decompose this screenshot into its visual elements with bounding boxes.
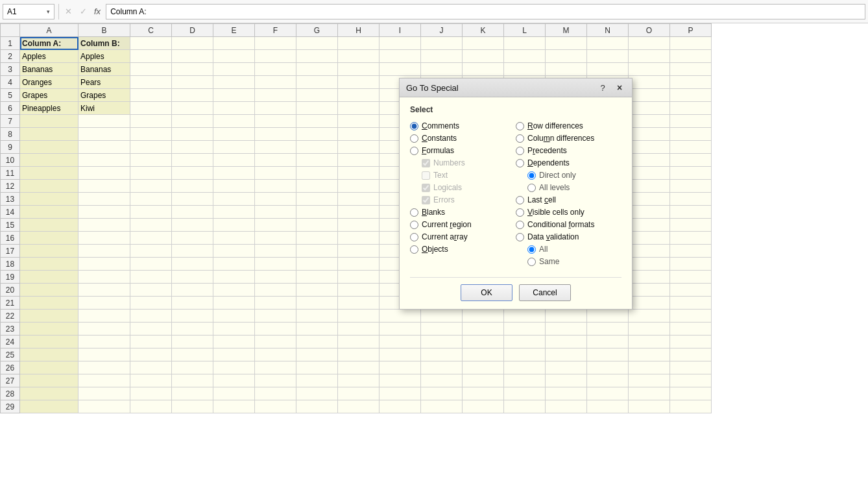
row-header-19[interactable]: 19: [1, 271, 20, 284]
cell-8-a[interactable]: [20, 128, 78, 141]
option-formulas[interactable]: Formulas: [410, 145, 516, 156]
cell-23-F[interactable]: [255, 323, 296, 336]
cell-23-a[interactable]: [20, 323, 78, 336]
cell-5-a[interactable]: Grapes: [20, 89, 78, 102]
cell-5-D[interactable]: [172, 89, 213, 102]
precedents-radio[interactable]: [516, 147, 524, 155]
cell-23-C[interactable]: [130, 323, 172, 336]
cell-14-P[interactable]: [670, 206, 712, 219]
cell-20-P[interactable]: [670, 284, 712, 297]
cell-28-F[interactable]: [255, 387, 296, 400]
cell-6-O[interactable]: [629, 102, 670, 115]
cell-25-E[interactable]: [213, 348, 255, 361]
cell-15-D[interactable]: [172, 219, 213, 232]
cell-1-b[interactable]: Column B:: [78, 37, 130, 50]
cell-1-C[interactable]: [130, 37, 172, 50]
cell-25-G[interactable]: [296, 348, 338, 361]
cell-26-O[interactable]: [629, 361, 670, 374]
cell-23-M[interactable]: [546, 323, 587, 336]
cell-12-b[interactable]: [78, 180, 130, 193]
cell-29-J[interactable]: [421, 400, 463, 413]
cell-1-O[interactable]: [629, 37, 670, 50]
cell-1-K[interactable]: [463, 37, 504, 50]
cell-9-D[interactable]: [172, 141, 213, 154]
dependents-label[interactable]: Dependents: [527, 158, 570, 167]
cell-3-P[interactable]: [670, 63, 712, 76]
row-header-14[interactable]: 14: [1, 206, 20, 219]
dependents-radio[interactable]: [516, 159, 524, 167]
cell-21-C[interactable]: [130, 297, 172, 310]
cell-28-I[interactable]: [380, 387, 421, 400]
cell-3-O[interactable]: [629, 63, 670, 76]
cell-24-E[interactable]: [213, 336, 255, 348]
cell-4-E[interactable]: [213, 76, 255, 89]
cell-29-I[interactable]: [380, 400, 421, 413]
cell-28-J[interactable]: [421, 387, 463, 400]
cell-29-E[interactable]: [213, 400, 255, 413]
cell-10-G[interactable]: [296, 154, 338, 167]
option-current-region[interactable]: Current region: [410, 219, 516, 230]
cell-1-M[interactable]: [546, 37, 587, 50]
cell-27-O[interactable]: [629, 374, 670, 387]
cell-17-a[interactable]: [20, 245, 78, 258]
cell-22-J[interactable]: [421, 310, 463, 323]
cell-21-b[interactable]: [78, 297, 130, 310]
cell-16-E[interactable]: [213, 232, 255, 245]
cell-25-O[interactable]: [629, 348, 670, 361]
cell-27-a[interactable]: [20, 374, 78, 387]
cell-22-E[interactable]: [213, 310, 255, 323]
cell-18-a[interactable]: [20, 258, 78, 271]
cell-26-J[interactable]: [421, 361, 463, 374]
column-differences-radio[interactable]: [516, 134, 524, 143]
cell-17-H[interactable]: [338, 245, 380, 258]
cell-27-G[interactable]: [296, 374, 338, 387]
blanks-label[interactable]: Blanks: [422, 208, 445, 217]
cell-18-E[interactable]: [213, 258, 255, 271]
row-header-9[interactable]: 9: [1, 141, 20, 154]
row-header-18[interactable]: 18: [1, 258, 20, 271]
cell-8-E[interactable]: [213, 128, 255, 141]
col-header-i[interactable]: I: [380, 24, 421, 37]
column-differences-label[interactable]: Column differences: [527, 134, 594, 143]
cell-1-E[interactable]: [213, 37, 255, 50]
cell-17-b[interactable]: [78, 245, 130, 258]
cell-26-D[interactable]: [172, 361, 213, 374]
row-header-8[interactable]: 8: [1, 128, 20, 141]
row-header-27[interactable]: 27: [1, 374, 20, 387]
cell-ref-dropdown-arrow[interactable]: ▾: [47, 8, 50, 15]
cell-14-F[interactable]: [255, 206, 296, 219]
col-header-c[interactable]: C: [130, 24, 172, 37]
cell-5-b[interactable]: Grapes: [78, 89, 130, 102]
row-header-21[interactable]: 21: [1, 297, 20, 310]
cell-28-M[interactable]: [546, 387, 587, 400]
cell-13-O[interactable]: [629, 193, 670, 206]
direct-only-label[interactable]: Direct only: [539, 171, 576, 180]
cell-26-P[interactable]: [670, 361, 712, 374]
option-conditional-formats[interactable]: Conditional formats: [516, 219, 621, 230]
cell-29-C[interactable]: [130, 400, 172, 413]
cell-23-O[interactable]: [629, 323, 670, 336]
cell-10-H[interactable]: [338, 154, 380, 167]
row-header-25[interactable]: 25: [1, 348, 20, 361]
cell-21-H[interactable]: [338, 297, 380, 310]
cell-25-D[interactable]: [172, 348, 213, 361]
cell-15-H[interactable]: [338, 219, 380, 232]
cell-15-P[interactable]: [670, 219, 712, 232]
col-header-f[interactable]: F: [255, 24, 296, 37]
cell-3-L[interactable]: [504, 63, 546, 76]
cell-23-D[interactable]: [172, 323, 213, 336]
cell-29-b[interactable]: [78, 400, 130, 413]
cell-3-a[interactable]: Bananas: [20, 63, 78, 76]
cell-10-a[interactable]: [20, 154, 78, 167]
blanks-radio[interactable]: [410, 208, 418, 217]
cell-9-H[interactable]: [338, 141, 380, 154]
cell-17-E[interactable]: [213, 245, 255, 258]
cell-17-G[interactable]: [296, 245, 338, 258]
cell-10-O[interactable]: [629, 154, 670, 167]
cell-15-b[interactable]: [78, 219, 130, 232]
cell-5-G[interactable]: [296, 89, 338, 102]
cell-2-H[interactable]: [338, 50, 380, 63]
cell-29-G[interactable]: [296, 400, 338, 413]
cell-22-b[interactable]: [78, 310, 130, 323]
objects-label[interactable]: Objects: [422, 245, 448, 254]
